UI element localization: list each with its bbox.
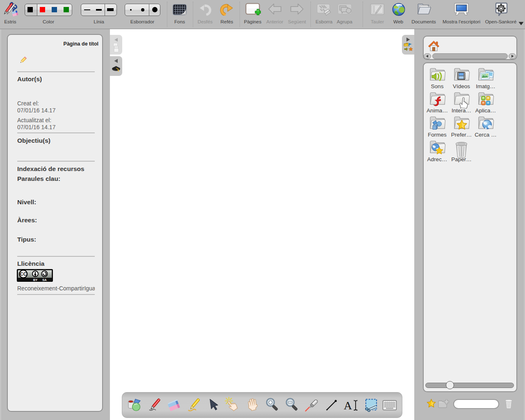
- svg-text:SA: SA: [42, 278, 47, 282]
- svg-text:BY: BY: [33, 278, 37, 282]
- svg-text:A: A: [344, 399, 352, 412]
- svg-text:CC: CC: [20, 272, 27, 276]
